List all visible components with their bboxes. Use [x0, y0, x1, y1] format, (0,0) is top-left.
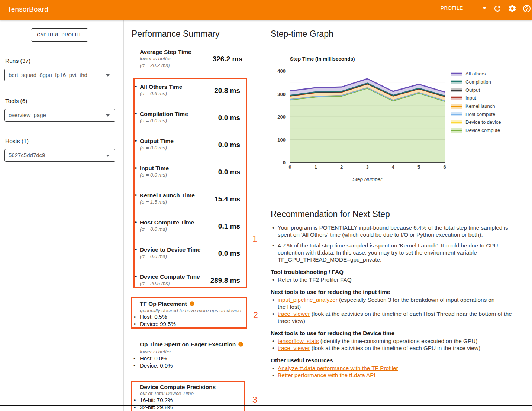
input-pipeline-analyzer-link[interactable]: input_pipeline_analyzer — [278, 297, 338, 303]
bottom-rule — [0, 405, 532, 406]
svg-text:4: 4 — [392, 164, 395, 170]
runs-label: Runs (37) — [5, 58, 30, 64]
help-icon[interactable] — [522, 4, 531, 13]
section-heading: Tool troubleshooting / FAQ — [271, 269, 519, 275]
bullet: • — [135, 165, 137, 171]
section-heading: Next tools to use for reducing the Devic… — [271, 330, 519, 337]
trace-viewer-link[interactable]: trace_viewer — [278, 345, 310, 351]
better-performance-link[interactable]: Better performance with the tf.data API — [278, 372, 375, 378]
bullet: • — [135, 137, 137, 144]
chevron-down-icon — [106, 114, 110, 117]
info-icon[interactable] — [189, 301, 195, 307]
step-time-chart: 01002003004000123456Step Time (in millis… — [264, 52, 450, 186]
step-time-graph-title: Step-time Graph — [271, 29, 333, 39]
legend-item: Compilation — [451, 78, 501, 86]
recommendation-bullet: •4.7 % of the total step time sampled is… — [271, 242, 519, 263]
chevron-down-icon — [106, 155, 110, 157]
runs-select[interactable]: bert_squad_8gpu_fp16_pvt_thd — [4, 69, 115, 81]
performance-summary-title: Performance Summary — [132, 29, 219, 39]
average-step-time: Average Step Time lower is better (σ = 2… — [140, 48, 191, 69]
bullet: • — [135, 110, 137, 117]
annotation-box-3: Device Compute Precisions out of Total D… — [131, 381, 245, 411]
svg-text:5: 5 — [417, 164, 420, 170]
dashboard-selector[interactable]: PROFILE — [441, 4, 489, 13]
eager-host: Host: 0.0% — [140, 355, 167, 362]
svg-text:2: 2 — [340, 164, 343, 170]
list-item: •Better performance with the tf.data API — [271, 372, 519, 379]
tools-select[interactable]: overview_page — [4, 109, 115, 122]
annotation-box-1: •All Others Time(σ = 0.6 ms)20.8 ms•Comp… — [133, 78, 247, 288]
hosts-select[interactable]: 5627c5dd7dc9 — [4, 149, 115, 162]
svg-text:0: 0 — [288, 164, 291, 170]
bullet: • — [135, 273, 137, 279]
svg-text:1: 1 — [315, 164, 317, 170]
list-item: •input_pipeline_analyzer (especially Sec… — [271, 296, 498, 310]
svg-text:100: 100 — [277, 137, 286, 143]
divider — [262, 201, 532, 201]
section-heading: Next tools to use for reducing the input… — [271, 289, 519, 295]
refresh-icon[interactable] — [493, 4, 502, 13]
tensorflow-stats-link[interactable]: tensorflow_stats — [278, 338, 319, 344]
tools-label: Tools (6) — [5, 98, 27, 104]
hosts-label: Hosts (1) — [5, 138, 29, 145]
tf-op-host: Host: 0.5% — [140, 314, 167, 320]
legend-item: Host compute — [451, 110, 501, 118]
list-item: •trace_viewer (look at the activities on… — [271, 310, 519, 324]
eager-device: Device: 0.0% — [140, 362, 173, 369]
section-heading: Other useful resources — [271, 357, 519, 364]
bullet: • — [135, 219, 137, 225]
gear-icon[interactable] — [508, 4, 517, 13]
analyze-tfdata-link[interactable]: Analyze tf.data performance with the TF … — [278, 365, 398, 371]
sidebar: CAPTURE PROFILE Runs (37) bert_squad_8gp… — [0, 20, 123, 411]
list-item: •Refer to the TF2 Profiler FAQ — [271, 276, 519, 283]
legend-item: Output — [451, 86, 501, 94]
annotation-number-2: 2 — [253, 310, 258, 320]
legend-item: Kernel launch — [451, 102, 501, 110]
tf-op-placement-title: TF Op Placement — [140, 300, 187, 307]
svg-text:0: 0 — [283, 160, 286, 165]
svg-text:Step Number: Step Number — [352, 177, 382, 182]
info-icon[interactable] — [238, 342, 244, 347]
precision-16bit: 16-bit: 70.2% — [140, 397, 173, 403]
tensorboard-profile-page: TensorBoard PROFILE CAPTURE PROFILE Runs… — [0, 0, 532, 411]
trace-viewer-link[interactable]: trace_viewer — [278, 311, 310, 317]
recommendation-title: Recommendation for Next Step — [271, 209, 519, 219]
eager-execution-title: Op Time Spent on Eager Execution — [140, 341, 244, 348]
svg-text:3: 3 — [366, 164, 368, 170]
bullet: • — [135, 192, 137, 198]
app-header: TensorBoard PROFILE — [0, 0, 532, 20]
chevron-down-icon — [483, 7, 486, 9]
performance-summary-panel: Performance Summary Average Step Time lo… — [123, 20, 262, 411]
svg-text:300: 300 — [277, 91, 286, 97]
average-step-time-value: 326.2 ms — [213, 55, 242, 63]
annotation-number-1: 1 — [252, 234, 257, 244]
chart-legend: All othersCompilationOutputInputKernel l… — [451, 70, 501, 135]
recommendation-bullet: •Your program is POTENTIALLY input-bound… — [271, 224, 519, 238]
device-compute-precisions-title: Device Compute Precisions — [140, 384, 216, 391]
capture-profile-button[interactable]: CAPTURE PROFILE — [31, 28, 88, 42]
svg-text:6: 6 — [443, 164, 446, 170]
list-item: •Analyze tf.data performance with the TF… — [271, 365, 519, 372]
legend-item: All others — [451, 70, 501, 78]
annotation-number-3: 3 — [252, 395, 257, 405]
list-item: •tensorflow_stats (identify the time-con… — [271, 337, 519, 344]
chevron-down-icon — [106, 74, 110, 77]
legend-item: Device compute — [451, 126, 501, 135]
svg-text:Step Time (in milliseconds): Step Time (in milliseconds) — [290, 56, 355, 62]
bullet: • — [135, 83, 137, 90]
bullet: • — [135, 246, 137, 252]
recommendation-section: Recommendation for Next Step •Your progr… — [271, 209, 519, 379]
svg-text:200: 200 — [277, 114, 286, 120]
tf-op-device: Device: 99.5% — [140, 321, 176, 327]
legend-item: Device to device — [451, 118, 501, 126]
legend-item: Input — [451, 94, 501, 102]
annotation-box-2: TF Op Placement generally desired to hav… — [131, 297, 247, 329]
list-item: •trace_viewer (look at the activities on… — [271, 344, 519, 352]
svg-text:400: 400 — [277, 68, 286, 74]
app-title: TensorBoard — [7, 5, 48, 13]
right-panel: Step-time Graph 01002003004000123456Step… — [262, 20, 532, 411]
